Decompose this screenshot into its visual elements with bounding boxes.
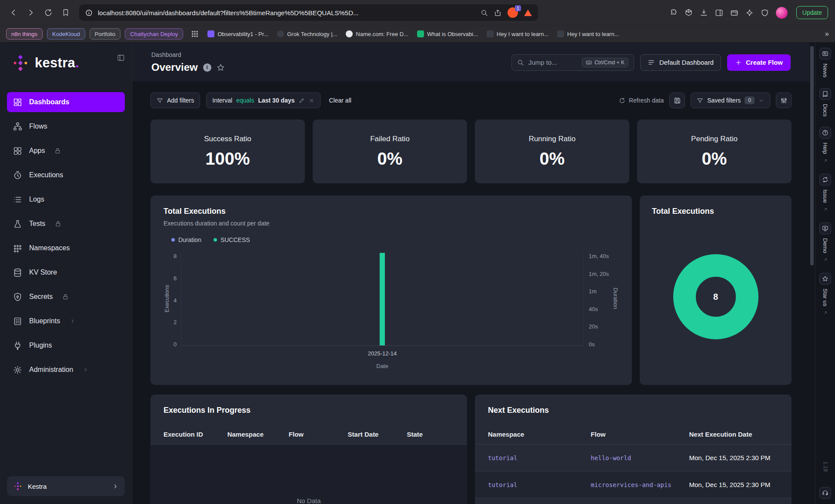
forward-button[interactable] <box>24 6 37 19</box>
sidebar-panel-icon[interactable] <box>715 9 723 17</box>
filter-funnel-icon <box>697 97 703 104</box>
duration-dot <box>171 238 175 242</box>
jump-to-search[interactable]: Jump to... Ctrl/Cmd + K <box>511 54 634 71</box>
favorite-star-icon[interactable] <box>217 63 225 72</box>
wallet-icon[interactable] <box>730 9 738 17</box>
sidebar-item-apps[interactable]: Apps <box>7 141 125 161</box>
keyboard-icon <box>586 60 592 66</box>
shield-icon[interactable] <box>761 9 769 17</box>
url-bar[interactable]: localhost:8080/ui/main/dashboards/defaul… <box>79 4 538 21</box>
info-icon[interactable]: i <box>203 63 211 72</box>
search-icon[interactable] <box>481 9 488 17</box>
sidebar-item-namespaces[interactable]: Namespaces <box>7 238 125 258</box>
remove-filter-icon[interactable] <box>309 98 314 103</box>
brave-shield-icon[interactable]: 1 <box>508 7 518 18</box>
sidebar-item-flows[interactable]: Flows <box>7 116 125 136</box>
sidebar-item-plugins[interactable]: Plugins <box>7 335 125 355</box>
bookmark-item[interactable]: Hey I want to learn... <box>487 30 548 37</box>
rail-item-star-us[interactable]: Star us <box>819 273 831 315</box>
bookmarks-overflow-chevron[interactable]: » <box>825 30 829 38</box>
flow-link[interactable]: microservices-and-apis <box>591 481 689 488</box>
refresh-data-button[interactable]: Refresh data <box>619 97 664 104</box>
rail-item-issue[interactable]: Issue <box>819 174 831 212</box>
favicon <box>277 30 284 37</box>
sidebar-item-secrets[interactable]: Secrets <box>7 287 125 307</box>
rail-item-docs[interactable]: Docs <box>819 88 831 117</box>
add-filters-button[interactable]: Add filters <box>150 93 200 108</box>
lock-icon <box>62 294 69 300</box>
secrets-shield-icon <box>13 292 22 302</box>
bookmark-item[interactable]: Hey I want to learn... <box>557 30 619 37</box>
sidebar-item-executions[interactable]: Executions <box>7 165 125 185</box>
support-icon[interactable] <box>819 487 831 499</box>
docs-book-icon[interactable] <box>819 88 831 100</box>
bookmark-item[interactable]: Name.com: Free D... <box>346 30 408 37</box>
breadcrumb[interactable]: Dashboard <box>151 51 225 58</box>
legend-success[interactable]: SUCCESS <box>214 236 250 243</box>
browser-update-button[interactable]: Update <box>796 6 828 19</box>
bookmark-item[interactable]: What is Observabi... <box>417 30 478 37</box>
save-dashboard-button[interactable] <box>669 93 685 108</box>
logs-icon <box>13 195 22 204</box>
vercel-triangle-icon[interactable] <box>524 10 532 16</box>
extension-cube-icon[interactable] <box>685 9 693 17</box>
sidebar-item-blueprints[interactable]: Blueprints <box>7 311 125 331</box>
scrollbar-thumb[interactable] <box>810 46 814 265</box>
legend-duration[interactable]: Duration <box>171 236 201 243</box>
news-icon[interactable] <box>819 48 831 60</box>
sidebar-item-dashboards[interactable]: Dashboards <box>7 92 125 112</box>
success-bar[interactable] <box>380 253 385 345</box>
kestra-logo[interactable]: kestra. <box>7 53 125 72</box>
back-button[interactable] <box>7 6 20 19</box>
jump-placeholder: Jump to... <box>528 59 557 66</box>
star-icon[interactable] <box>819 273 831 285</box>
rewards-sparkle-icon[interactable] <box>745 9 754 17</box>
flow-link[interactable]: hello-world <box>591 454 689 461</box>
sidebar-item-kvstore[interactable]: KV Store <box>7 262 125 282</box>
site-info-icon[interactable] <box>85 9 93 17</box>
namespace-link[interactable]: tutorial <box>488 481 591 488</box>
rail-item-demo[interactable]: Demo <box>819 222 831 262</box>
sidebar-collapse-icon[interactable] <box>117 54 125 62</box>
page-scrollbar[interactable] <box>810 43 815 504</box>
sidebar-item-logs[interactable]: Logs <box>7 189 125 209</box>
bookmark-item[interactable]: Observability1 - Pr... <box>207 30 268 37</box>
sidebar-item-tests[interactable]: Tests <box>7 214 125 234</box>
saved-filters-button[interactable]: Saved filters 0 <box>691 93 770 108</box>
bookmark-item[interactable]: Grok Technology |... <box>277 30 337 37</box>
table-row[interactable]: tutorial microservices-and-apis Mon, Dec… <box>475 471 792 498</box>
bookmark-icon[interactable] <box>59 6 72 19</box>
interval-filter-chip[interactable]: Interval equals Last 30 days <box>206 93 320 108</box>
demo-play-icon[interactable] <box>819 222 831 234</box>
in-progress-table-header: Execution ID Namespace Flow Start Date S… <box>150 424 467 444</box>
bookmark-group-kodekloud[interactable]: KodeKloud <box>47 28 85 40</box>
rail-item-news[interactable]: News <box>819 48 831 78</box>
sidebar-tenant-switcher[interactable]: Kestra <box>7 476 125 496</box>
edit-pencil-icon[interactable] <box>299 97 305 103</box>
bookmark-group-n8n[interactable]: n8n things <box>6 28 43 40</box>
right-rail: News Docs Help Issue Demo <box>815 43 835 504</box>
sidebar-item-administration[interactable]: Administration <box>7 360 125 380</box>
namespace-link[interactable]: tutorial <box>488 454 591 461</box>
bookmark-group-chattychan[interactable]: Chattychan Deploy <box>125 28 183 40</box>
saved-filters-count: 0 <box>745 96 755 104</box>
favicon <box>417 30 424 37</box>
chart-settings-button[interactable] <box>776 93 792 108</box>
table-row[interactable]: tutorial hello-world Mon, Dec 15, 2025 2… <box>475 444 792 471</box>
executions-donut[interactable]: 8 <box>673 254 758 339</box>
create-flow-button[interactable]: Create Flow <box>727 54 791 71</box>
bookmark-group-portfolio[interactable]: Portfolio <box>90 28 121 40</box>
help-circle-icon[interactable] <box>819 127 831 139</box>
reload-button[interactable] <box>42 6 55 19</box>
share-icon[interactable] <box>494 9 501 17</box>
no-data-message: No Data <box>150 444 467 504</box>
apps-grid-icon[interactable] <box>191 30 199 38</box>
favicon <box>557 30 564 37</box>
default-dashboard-button[interactable]: Default Dashboard <box>640 54 721 71</box>
extension-puzzle-icon[interactable] <box>669 9 678 17</box>
profile-avatar[interactable] <box>776 7 788 19</box>
rail-item-help[interactable]: Help <box>819 127 831 163</box>
clear-all-button[interactable]: Clear all <box>327 96 354 104</box>
issue-sync-icon[interactable] <box>819 174 831 186</box>
downloads-icon[interactable] <box>700 9 708 17</box>
